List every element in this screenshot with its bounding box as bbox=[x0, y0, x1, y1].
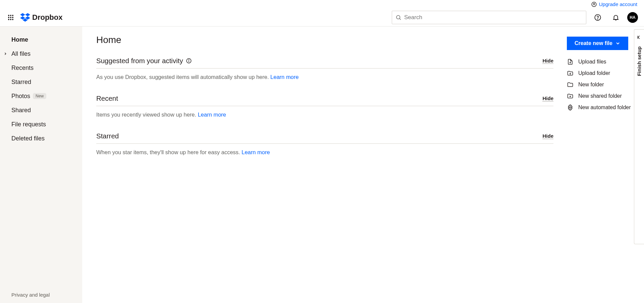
create-new-file-button[interactable]: Create new file bbox=[567, 37, 628, 50]
folder-upload-icon bbox=[567, 70, 574, 77]
new-automated-folder-action[interactable]: New automated folder bbox=[567, 102, 641, 113]
upload-files-action[interactable]: Upload files bbox=[567, 56, 641, 68]
sidebar-item-label: All files bbox=[11, 50, 31, 57]
sidebar-item-all-files[interactable]: All files bbox=[0, 47, 82, 61]
section-body: Items you recently viewed show up here. … bbox=[96, 106, 553, 118]
sidebar-item-label: Photos bbox=[11, 93, 30, 100]
sidebar-item-label: Recents bbox=[11, 64, 34, 72]
folder-shared-icon bbox=[567, 93, 574, 99]
section-title-text: Starred bbox=[96, 132, 119, 140]
svg-point-1 bbox=[8, 15, 9, 16]
sidebar-nav: Home All files Recents Starred Photos Ne… bbox=[0, 27, 82, 287]
page-title: Home bbox=[96, 35, 553, 45]
upgrade-account-link[interactable]: Upgrade account bbox=[591, 1, 637, 7]
sidebar-item-recents[interactable]: Recents bbox=[0, 61, 82, 75]
sidebar-item-label: Shared bbox=[11, 107, 31, 114]
upgrade-icon bbox=[591, 1, 597, 7]
app-body: Home All files Recents Starred Photos Ne… bbox=[0, 27, 644, 303]
svg-point-10 bbox=[396, 15, 400, 19]
action-label: New folder bbox=[578, 82, 604, 88]
upload-folder-action[interactable]: Upload folder bbox=[567, 68, 641, 79]
learn-more-link[interactable]: Learn more bbox=[241, 149, 270, 155]
notifications-button[interactable] bbox=[609, 11, 623, 24]
svg-point-9 bbox=[12, 19, 13, 20]
finish-setup-label: Finish setup bbox=[636, 46, 642, 76]
avatar-initials: HA bbox=[630, 15, 635, 20]
action-list: Upload files Upload folder New folder Ne… bbox=[567, 56, 641, 113]
header-main: Dropbox HA bbox=[0, 8, 644, 26]
section-text: When you star items, they'll show up her… bbox=[96, 149, 241, 155]
gear-icon bbox=[567, 104, 574, 111]
finish-setup-drawer[interactable]: Finish setup bbox=[634, 29, 644, 244]
help-icon bbox=[594, 14, 601, 21]
section-recent: Recent Hide Items you recently viewed sh… bbox=[96, 94, 553, 118]
action-label: Upload folder bbox=[578, 70, 610, 76]
action-label: New shared folder bbox=[578, 93, 622, 99]
sidebar-item-home[interactable]: Home bbox=[0, 33, 82, 47]
main: Home Suggested from your activity Hide A… bbox=[82, 27, 644, 303]
svg-point-14 bbox=[189, 59, 189, 60]
sidebar-item-label: Home bbox=[11, 36, 28, 43]
dropbox-logo-text: Dropbox bbox=[32, 13, 62, 22]
section-header: Suggested from your activity Hide bbox=[96, 57, 553, 69]
section-header: Recent Hide bbox=[96, 94, 553, 106]
sidebar-item-label: Starred bbox=[11, 79, 31, 86]
learn-more-link[interactable]: Learn more bbox=[198, 112, 226, 118]
svg-point-15 bbox=[570, 107, 571, 109]
section-header: Starred Hide bbox=[96, 132, 553, 144]
section-body: As you use Dropbox, suggested items will… bbox=[96, 69, 553, 80]
file-upload-icon bbox=[567, 58, 574, 65]
svg-point-7 bbox=[8, 19, 9, 20]
search-input[interactable] bbox=[404, 14, 583, 21]
app-launcher-button[interactable] bbox=[6, 13, 15, 22]
new-badge: New bbox=[33, 93, 46, 99]
section-title: Suggested from your activity bbox=[96, 57, 192, 65]
bell-icon bbox=[612, 14, 620, 21]
dropbox-logo[interactable]: Dropbox bbox=[20, 13, 62, 22]
account-avatar[interactable]: HA bbox=[627, 12, 638, 23]
sidebar-item-file-requests[interactable]: File requests bbox=[0, 117, 82, 131]
folder-icon bbox=[567, 81, 574, 88]
new-folder-action[interactable]: New folder bbox=[567, 79, 641, 90]
dropbox-logo-icon bbox=[20, 13, 30, 22]
svg-point-4 bbox=[8, 17, 9, 18]
grid-icon bbox=[8, 14, 14, 20]
create-btn-label: Create new file bbox=[575, 40, 612, 46]
chevron-down-icon bbox=[615, 41, 621, 46]
search-box[interactable] bbox=[392, 11, 586, 24]
app-header: Upgrade account Dropbox HA bbox=[0, 0, 644, 27]
sidebar: Home All files Recents Starred Photos Ne… bbox=[0, 27, 82, 303]
section-starred: Starred Hide When you star items, they'l… bbox=[96, 132, 553, 156]
sidebar-item-starred[interactable]: Starred bbox=[0, 75, 82, 89]
section-body: When you star items, they'll show up her… bbox=[96, 144, 553, 156]
arrow-collapse-icon bbox=[636, 34, 642, 40]
svg-point-5 bbox=[10, 17, 11, 18]
action-label: Upload files bbox=[578, 59, 606, 65]
upgrade-account-label: Upgrade account bbox=[599, 1, 637, 7]
new-shared-folder-action[interactable]: New shared folder bbox=[567, 90, 641, 102]
privacy-legal-label: Privacy and legal bbox=[11, 292, 50, 298]
sidebar-item-deleted-files[interactable]: Deleted files bbox=[0, 131, 82, 145]
info-icon[interactable] bbox=[186, 58, 192, 64]
sidebar-item-photos[interactable]: Photos New bbox=[0, 89, 82, 103]
hide-button[interactable]: Hide bbox=[542, 133, 553, 139]
section-title-text: Suggested from your activity bbox=[96, 57, 183, 65]
sidebar-item-shared[interactable]: Shared bbox=[0, 103, 82, 117]
chevron-right-icon bbox=[3, 52, 7, 56]
section-title-text: Recent bbox=[96, 94, 118, 102]
hide-button[interactable]: Hide bbox=[542, 95, 553, 101]
right-panel: Create new file Upload files Upload fold… bbox=[567, 27, 644, 303]
learn-more-link[interactable]: Learn more bbox=[270, 74, 299, 80]
section-title: Starred bbox=[96, 132, 119, 140]
hide-button[interactable]: Hide bbox=[542, 58, 553, 64]
header-top: Upgrade account bbox=[0, 0, 644, 8]
help-button[interactable] bbox=[591, 11, 604, 24]
svg-point-8 bbox=[10, 19, 11, 20]
sidebar-item-label: Deleted files bbox=[11, 135, 45, 142]
svg-point-12 bbox=[597, 19, 598, 19]
section-text: Items you recently viewed show up here. bbox=[96, 112, 198, 118]
section-title: Recent bbox=[96, 94, 118, 102]
privacy-legal-link[interactable]: Privacy and legal bbox=[0, 287, 82, 303]
svg-point-3 bbox=[12, 15, 13, 16]
svg-point-6 bbox=[12, 17, 13, 18]
